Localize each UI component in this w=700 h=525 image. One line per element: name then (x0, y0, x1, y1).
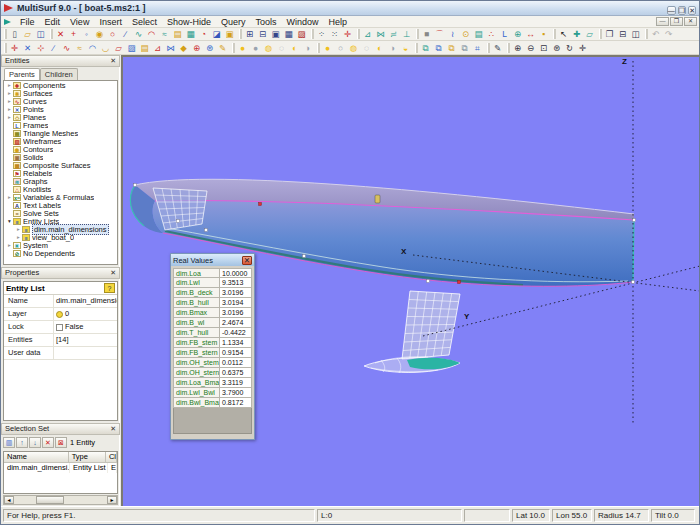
tree-item-composite-surfaces[interactable]: ▩Composite Surfaces (4, 161, 117, 169)
mdi-minimize-button[interactable]: — (656, 17, 669, 26)
menu-item-show-hide[interactable]: Show-Hide (162, 16, 216, 28)
view-hidden-line-button[interactable]: ⊟ (256, 28, 269, 40)
copy-entity-button[interactable]: ⧉ (419, 42, 432, 54)
digitize-pen-button[interactable]: ✎ (491, 42, 504, 54)
create-abs-point-button[interactable]: ✛ (8, 42, 21, 54)
insert-snake-button[interactable]: ≈ (158, 28, 171, 40)
hide-points-button[interactable]: ◌ (360, 42, 373, 54)
insert-solid-button[interactable]: ▣ (223, 28, 236, 40)
menu-item-window[interactable]: Window (281, 16, 323, 28)
align-button[interactable]: ✛ (341, 28, 354, 40)
insert-ring-button[interactable]: ○ (106, 28, 119, 40)
restore-button[interactable]: ❐ (678, 6, 686, 15)
origin-display-button[interactable]: ⊕ (511, 28, 524, 40)
insert-sweep-surface-button[interactable]: ◪ (210, 28, 223, 40)
hide-selected-button[interactable]: ◌ (275, 42, 288, 54)
close-icon[interactable]: ✕ (110, 56, 116, 66)
column-header-name[interactable]: Name (4, 452, 69, 463)
show-children-button[interactable]: ● (321, 42, 334, 54)
redo-button[interactable]: ↷ (662, 28, 675, 40)
measure-button[interactable]: ↔ (524, 28, 537, 40)
paste-entity-button[interactable]: ⧉ (432, 42, 445, 54)
tree-item-contours[interactable]: ◉Contours (4, 145, 117, 153)
menu-item-tools[interactable]: Tools (250, 16, 281, 28)
entities-panel-titlebar[interactable]: Entities ✕ (1, 55, 120, 67)
create-arc-button[interactable]: ◠ (86, 42, 99, 54)
expand-arrow-icon[interactable]: ▸ (15, 226, 22, 232)
zoom-window-button[interactable]: ⊡ (537, 42, 550, 54)
title-bar[interactable]: MultiSurf 9.0 - [ boat-5.ms2:1 ] —❐✕ (1, 1, 699, 16)
param-lines-button[interactable]: ▤ (472, 28, 485, 40)
tab-parents[interactable]: Parents (4, 68, 40, 80)
show-selected-button[interactable]: ◍ (262, 42, 275, 54)
zoom-out-button[interactable]: ⊖ (524, 42, 537, 54)
create-line-button[interactable]: ∕ (47, 42, 60, 54)
column-header-type[interactable]: Type (69, 452, 106, 463)
menu-item-select[interactable]: Select (127, 16, 162, 28)
tree-item-solve-sets[interactable]: =Solve Sets (4, 209, 117, 217)
tree-item-graphs[interactable]: ≋Graphs (4, 177, 117, 185)
entity-table-button[interactable]: ⌗ (471, 42, 484, 54)
insert-arc-button[interactable]: ◠ (145, 28, 158, 40)
show-all-button[interactable]: ● (236, 42, 249, 54)
help-icon[interactable]: ? (104, 283, 115, 293)
viewport-canvas[interactable]: X Y Z Real Values ✕ dim.Loa10.0000dim.Lw… (123, 57, 699, 506)
ortho-snap-button[interactable]: ⁙ (328, 28, 341, 40)
show-tags-button[interactable]: ◒ (399, 42, 412, 54)
view-shaded-button[interactable]: ▣ (269, 28, 282, 40)
insert-magnet-button[interactable]: ◉ (93, 28, 106, 40)
real-values-titlebar[interactable]: Real Values ✕ (171, 254, 254, 266)
insert-bsurface-button[interactable]: ▦ (184, 28, 197, 40)
grid-snap-button[interactable]: ⁘ (315, 28, 328, 40)
expand-arrow-icon[interactable]: ▸ (6, 106, 13, 112)
curvature-button[interactable]: ⌒ (433, 28, 446, 40)
menu-item-edit[interactable]: Edit (40, 16, 66, 28)
horizontal-scrollbar[interactable]: ◄ ► (3, 495, 118, 505)
project-button[interactable]: ⊥ (400, 28, 413, 40)
close-icon[interactable]: ✕ (110, 268, 116, 278)
close-icon[interactable]: ✕ (110, 424, 116, 434)
table-row[interactable]: dim.main_dimensi...Entity ListE (4, 463, 117, 473)
delete-button[interactable]: ✕ (54, 28, 67, 40)
property-value[interactable]: False (54, 321, 117, 333)
expand-arrow-icon[interactable]: ▸ (15, 234, 22, 240)
mirror-button[interactable]: ⋈ (374, 28, 387, 40)
close-icon[interactable]: ✕ (242, 256, 252, 265)
column-header-cl[interactable]: Cl (106, 452, 117, 463)
trim-button[interactable]: ⊿ (361, 28, 374, 40)
tree-item-surfaces[interactable]: ▸❋Surfaces (4, 89, 117, 97)
create-translate-surface-button[interactable]: ▤ (138, 42, 151, 54)
menu-item-help[interactable]: Help (324, 16, 353, 28)
rotate-view-button[interactable]: ↻ (563, 42, 576, 54)
normals-button[interactable]: ⊙ (459, 28, 472, 40)
menu-item-insert[interactable]: Insert (94, 16, 127, 28)
view-wireframe-button[interactable]: ⊞ (243, 28, 256, 40)
mdi-close-button[interactable]: ✕ (684, 17, 697, 26)
frame-display-button[interactable]: L (498, 28, 511, 40)
create-projected-snake-button[interactable]: ⊕ (190, 42, 203, 54)
tree-item-relabels[interactable]: ⚑Relabels (4, 169, 117, 177)
tab-children[interactable]: Children (40, 68, 78, 80)
minimize-button[interactable]: — (667, 6, 676, 15)
scrollbar-thumb[interactable] (36, 496, 64, 504)
hide-children-button[interactable]: ○ (334, 42, 347, 54)
tree-item-points[interactable]: ▸✕Points (4, 105, 117, 113)
expand-arrow-icon[interactable]: ▸ (6, 82, 13, 88)
insert-bcurve-button[interactable]: ∿ (132, 28, 145, 40)
select-add-button[interactable]: ✚ (570, 28, 583, 40)
offset-button[interactable]: ≓ (387, 28, 400, 40)
open-file-button[interactable]: ▱ (21, 28, 34, 40)
remove-from-set-button[interactable]: ✕ (42, 437, 54, 448)
shade-toggle-button[interactable]: ■ (420, 28, 433, 40)
tree-item-no-dependents[interactable]: ⊘No Dependents (4, 249, 117, 257)
viewport[interactable]: X Y Z Real Values ✕ dim.Loa10.0000dim.Lw… (121, 55, 699, 506)
close-button[interactable]: ✕ (688, 6, 696, 15)
tree-item-planes[interactable]: ▸◇Planes (4, 113, 117, 121)
show-wireframe-button[interactable]: ◐ (373, 42, 386, 54)
insert-rev-surface-button[interactable]: ◔ (197, 28, 210, 40)
property-value[interactable]: 0 (54, 308, 117, 320)
columns-button[interactable]: ▥ (3, 437, 15, 448)
create-fit-surface-button[interactable]: ◆ (177, 42, 190, 54)
expand-arrow-icon[interactable]: ▾ (6, 218, 13, 224)
mdi-restore-button[interactable]: ❐ (670, 17, 683, 26)
